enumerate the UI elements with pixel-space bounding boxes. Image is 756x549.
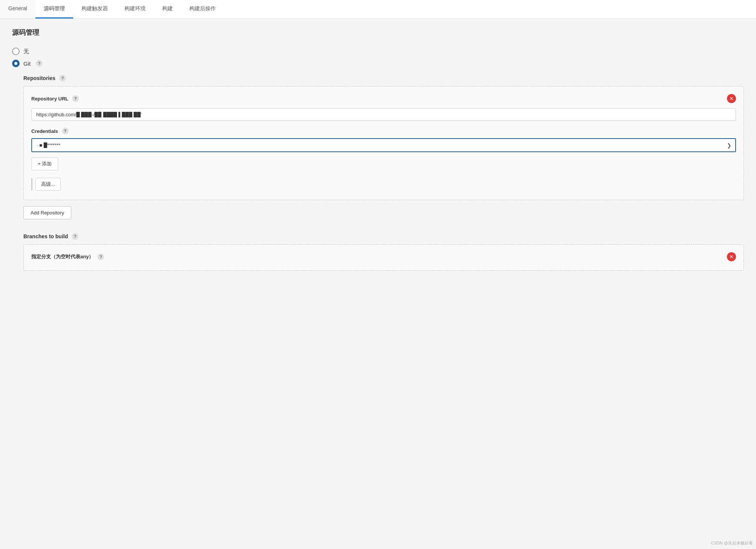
radio-none-option[interactable]: 无 (12, 48, 744, 55)
radio-none-circle (12, 48, 20, 55)
git-help-icon[interactable]: ? (36, 60, 43, 67)
close-branch-icon: ✕ (729, 254, 734, 259)
repo-url-label: Repository URL ? (31, 95, 79, 102)
branch-field-label-text: 指定分支（为空时代表any） (31, 253, 94, 260)
branch-field-label: 指定分支（为空时代表any） ? (31, 253, 104, 260)
tab-build[interactable]: 构建 (154, 0, 181, 19)
repository-box: Repository URL ? ✕ Credentials ? · ■ █**… (23, 86, 744, 200)
branches-section: Branches to build ? 指定分支（为空时代表any） ? ✕ (23, 233, 744, 271)
add-repository-button[interactable]: Add Repository (23, 206, 71, 219)
branches-box: 指定分支（为空时代表any） ? ✕ (23, 244, 744, 271)
radio-git-option[interactable]: Git ? (12, 60, 744, 67)
repo-url-input[interactable] (31, 108, 736, 121)
tab-bar: General 源码管理 构建触发器 构建环境 构建 构建后操作 (0, 0, 756, 19)
branches-label-text: Branches to build (23, 233, 68, 239)
repo-url-help-icon[interactable]: ? (72, 95, 79, 102)
advanced-button[interactable]: 高级... (35, 178, 61, 191)
repo-url-header: Repository URL ? ✕ (31, 94, 736, 103)
repositories-help-icon[interactable]: ? (59, 75, 66, 82)
credentials-select-wrapper: · ■ █******* - none - ❯ (31, 138, 736, 152)
branch-help-icon[interactable]: ? (97, 253, 104, 260)
credentials-label-text: Credentials (31, 128, 58, 134)
radio-none-label: 无 (23, 48, 29, 55)
vertical-divider (31, 178, 32, 191)
add-credentials-button[interactable]: + 添加 (31, 157, 58, 170)
git-section: Repositories ? Repository URL ? ✕ Creden… (23, 75, 744, 271)
watermark: CSDN @笑起来贼好看 (711, 540, 753, 546)
credentials-select[interactable]: · ■ █******* - none - (31, 138, 736, 152)
close-repo-button[interactable]: ✕ (727, 94, 736, 103)
credentials-label: Credentials ? (31, 128, 736, 134)
page-title: 源码管理 (12, 28, 744, 37)
close-icon: ✕ (729, 96, 734, 101)
branches-header: 指定分支（为空时代表any） ? ✕ (31, 252, 736, 261)
tab-general[interactable]: General (0, 0, 35, 19)
branches-section-label: Branches to build ? (23, 233, 744, 240)
repositories-section-label: Repositories ? (23, 75, 744, 82)
branches-help-icon[interactable]: ? (72, 233, 78, 240)
credentials-help-icon[interactable]: ? (62, 128, 69, 134)
radio-git-circle (12, 60, 20, 67)
repo-url-label-text: Repository URL (31, 96, 68, 102)
radio-group: 无 Git ? (12, 48, 744, 67)
page-content: 源码管理 无 Git ? Repositories ? Repository U… (0, 19, 756, 549)
close-branch-button[interactable]: ✕ (727, 252, 736, 261)
tab-post[interactable]: 构建后操作 (181, 0, 224, 19)
tab-triggers[interactable]: 构建触发器 (73, 0, 116, 19)
advanced-row: 高级... (31, 178, 736, 191)
tab-source[interactable]: 源码管理 (35, 0, 73, 19)
tab-env[interactable]: 构建环境 (116, 0, 154, 19)
repositories-label-text: Repositories (23, 75, 55, 81)
radio-git-label: Git (23, 60, 31, 67)
